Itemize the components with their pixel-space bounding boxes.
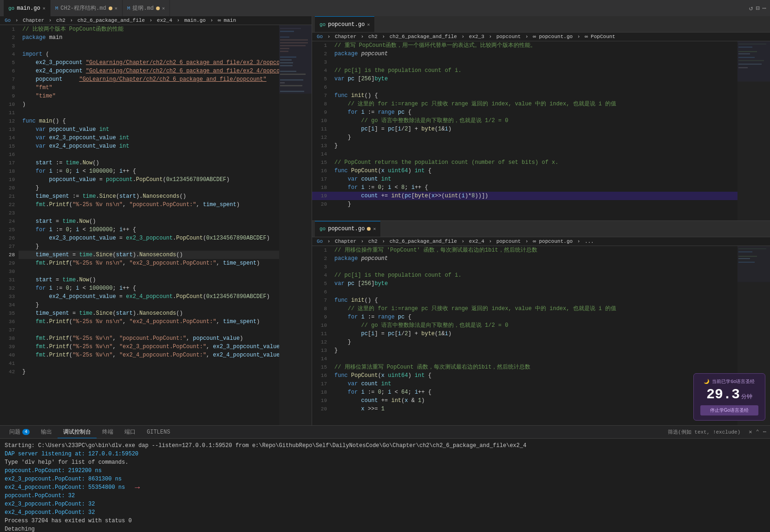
code-line-40: 40 fmt.Printf("%-25s %v\n", "ex2_4_popco… (0, 351, 279, 359)
term-ex23-val: ex2_3_popcount.PopCount: 32 (5, 500, 95, 508)
close-tab-icon-top[interactable]: ✕ (367, 22, 370, 27)
code-line-9: 9 "time" (0, 92, 279, 100)
left-editor: Go › Chapter › ch2 › ch2_6_package_and_f… (0, 16, 312, 425)
sep5: › (176, 18, 180, 23)
term-line-4: popcount.PopCount: 2192200 ns (5, 467, 765, 475)
code-line-22: 22 fmt.Printf("%-25s %v ns\n", "popcount… (0, 201, 279, 209)
rb-line-17: 17 var count int (312, 380, 737, 388)
bc-ch2: ch2 (56, 18, 65, 23)
code-line-33: 33 ex2_4_popcount_value = ex2_4_popcount… (0, 292, 279, 301)
rt-line-17: 17 var count int (312, 175, 737, 183)
code-line-18: 18 for i := 0; i < 1000000; i++ { (0, 167, 279, 175)
more-icon[interactable]: ⋯ (763, 4, 766, 12)
panel-tab-gitlens[interactable]: GITLENS (141, 426, 176, 438)
code-line-27: 27 } (0, 242, 279, 251)
code-line-15: 15 var ex2_4_popcount_value int (0, 142, 279, 150)
term-line-11: Detaching (5, 525, 765, 532)
panel-tab-output[interactable]: 输出 (35, 426, 58, 438)
rt-line-12: 12 } (312, 133, 737, 142)
panel-tab-terminal[interactable]: 终端 (97, 426, 119, 438)
rb-line-7: 7 func init() { (312, 296, 737, 305)
code-line-13: 13 var popcount_value int (0, 125, 279, 134)
ports-label: 端口 (124, 428, 136, 436)
panel-collapse-icon[interactable]: ⌃ (756, 428, 759, 435)
rb-line-1: 1 // 用移位操作重写 'PopCount' 函数，每次测试最右边的1bit，… (312, 246, 737, 254)
right-bottom-code-area[interactable]: 1 // 用移位操作重写 'PopCount' 函数，每次测试最右边的1bit，… (312, 246, 737, 426)
panel-close-icon[interactable]: ✕ (749, 428, 752, 435)
widget-title: 🌙 当前已学Go语言圣经 (700, 378, 758, 385)
right-top-code-area[interactable]: 1 // 重写 PopCount函数，用一个循环代替单一的表达式。比较两个版本的… (312, 41, 737, 221)
sep2: › (49, 18, 52, 23)
rb-line-16: 16 func PopCount(x uint64) int { (312, 371, 737, 380)
term-line-10: Process 37204 has exited with status 0 (5, 517, 765, 525)
panel-action-bar: 筛选(例如 text, !exclude) ✕ ⌃ ⋯ (668, 428, 766, 435)
rb-line-15: 15 // 用移位算法重写 PopCount 函数，每次测试最右边的1bit，然… (312, 363, 737, 371)
code-line-4: 4 import ( (0, 50, 279, 58)
left-code-area[interactable]: 1 // 比较两个版本 PopCount函数的性能 2 package main… (0, 25, 279, 425)
close-tab-icon[interactable]: ✕ (43, 6, 46, 11)
code-line-2: 2 package main (0, 33, 279, 42)
modified-dot (109, 6, 112, 10)
refresh-icon[interactable]: ↺ (749, 4, 753, 12)
bc-file: main.go (184, 18, 206, 23)
minimap-svg (279, 25, 312, 425)
code-line-39: 39 fmt.Printf("%-25s %v\n", "ex2_3_popco… (0, 343, 279, 351)
code-line-10: 10 ) (0, 100, 279, 109)
terminal-output[interactable]: Starting: C:\Users\233PC\go\bin\dlv.exe … (0, 439, 770, 532)
code-line-25: 25 for i := 0; i < 1000000; i++ { (0, 226, 279, 234)
split-icon[interactable]: ⊟ (756, 4, 759, 12)
term-popcount-ns: popcount.PopCount: 2192200 ns (5, 467, 102, 475)
code-line-20: 20 } (0, 184, 279, 192)
close-tab-icon-2[interactable]: ✕ (162, 6, 165, 11)
code-line-36: 36 fmt.Printf("%-25s %v ns\n", "ex2_4_po… (0, 318, 279, 326)
panel-tab-ports[interactable]: 端口 (119, 426, 141, 438)
rt-line-18: 18 for i := 0; i < 8; i++ { (312, 183, 737, 192)
go-file-icon: go (8, 6, 14, 11)
bc-func: ∞ main (218, 18, 236, 23)
rt-line-3: 3 (312, 58, 737, 66)
term-process-exit: Process 37204 has exited with status 0 (5, 517, 132, 525)
tab-popcount-go-top[interactable]: go popcount.go ✕ (315, 16, 374, 32)
code-line-31: 31 start = time.Now() (0, 276, 279, 284)
rb-line-20: 20 x >>= 1 (312, 405, 737, 413)
widget-stop-button[interactable]: 停止学Go语言圣经 (700, 405, 758, 415)
term-ex23-ns: ex2_3_popcount.PopCount: 8631300 ns (5, 475, 122, 483)
tab-ch2-md[interactable]: M CH2-程序结构.md ✕ (51, 0, 123, 16)
tab-label: 提纲.md (132, 4, 154, 12)
tab-main-go[interactable]: go main.go ✕ (4, 0, 51, 16)
sep3: › (70, 18, 73, 23)
term-text-3: Type 'dlv help' for list of commands. (5, 458, 128, 467)
right-bottom-tab-bar: go popcount.go ✕ (312, 221, 770, 237)
close-tab-icon-bottom[interactable]: ✕ (373, 226, 376, 232)
code-line-19: 19 popcount_value = popcount.PopCount(0x… (0, 175, 279, 184)
red-arrow-annotation: → (135, 483, 140, 492)
term-line-7: popcount.PopCount: 32 (5, 492, 765, 500)
panel-tab-issues[interactable]: 问题 4 (4, 426, 35, 438)
term-line-5: ex2_3_popcount.PopCount: 8631300 ns (5, 475, 765, 483)
code-line-26: 26 ex2_3_popcount_value = ex2_3_popcount… (0, 234, 279, 242)
tab-tigan-md[interactable]: M 提纲.md ✕ (123, 0, 170, 16)
code-line-35: 35 time_spent = time.Since(start).Nanose… (0, 309, 279, 318)
panel-more-icon[interactable]: ⋯ (763, 428, 766, 435)
code-line-23: 23 (0, 209, 279, 217)
rb-line-4: 4 // pc[i] is the population count of i. (312, 271, 737, 279)
rb-line-3: 3 (312, 263, 737, 271)
tab-popcount-go-bottom[interactable]: go popcount.go ✕ (315, 221, 380, 237)
left-code-with-minimap: 1 // 比较两个版本 PopCount函数的性能 2 package main… (0, 25, 312, 425)
rt-line-8: 8 // 这里的 for i:=range pc 只接收 range 返回的 i… (312, 100, 737, 108)
term-line-1: Starting: C:\Users\233PC\go\bin\dlv.exe … (5, 441, 765, 450)
term-text-2: DAP server listening at: 127.0.0.1:59520 (5, 450, 138, 458)
widget-number: 29.3 (706, 388, 740, 402)
term-detaching: Detaching (5, 525, 35, 532)
rt-line-7: 7 func init() { (312, 91, 737, 100)
close-tab-icon[interactable]: ✕ (115, 6, 117, 11)
term-ex24-val: ex2_4_popcount.PopCount: 32 (5, 508, 95, 517)
rt-line-19: 19 count += int(pc[byte(x>>(uint(i)*8))]… (312, 192, 737, 200)
rb-line-6: 6 (312, 288, 737, 296)
rb-line-18: 18 for i := 0; i < 64; i++ { (312, 388, 737, 396)
issues-label: 问题 (9, 428, 20, 436)
code-line-38: 38 fmt.Printf("%-25s %v\n", "popcount.Po… (0, 334, 279, 343)
go-icon-top: go (320, 22, 326, 27)
rt-line-9: 9 for i := range pc { (312, 108, 737, 117)
panel-tab-debug[interactable]: 调试控制台 (58, 426, 97, 438)
